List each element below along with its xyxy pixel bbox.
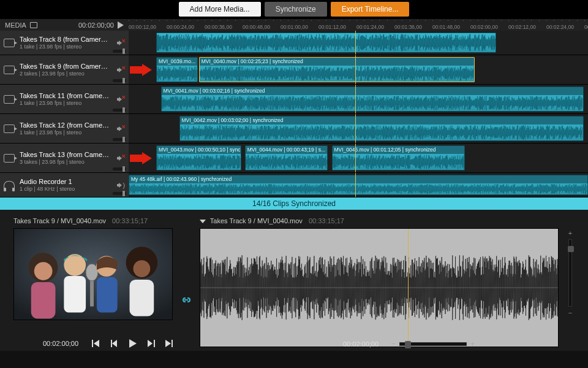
minus-icon[interactable]: − bbox=[568, 309, 572, 316]
volume-slider[interactable] bbox=[113, 50, 126, 53]
speaker-icon bbox=[119, 67, 122, 72]
track-lane[interactable]: MVI_0042.mov | 00:03:02;00 | synchronize… bbox=[129, 114, 588, 143]
playhead[interactable] bbox=[355, 173, 356, 197]
track-header[interactable]: Takes Track 8 (from Camera 2)1 take | 23… bbox=[0, 31, 129, 55]
playhead-time: 00:02:00;00 bbox=[78, 21, 114, 29]
clip[interactable]: MVI_0044.mov | 00:00:43;19 | s... bbox=[245, 145, 328, 171]
clip[interactable]: MVI_0043.mov | 00:00:50;10 | synchr... bbox=[156, 145, 241, 171]
track-lane[interactable]: MVI_0043.mov | 00:00:50;10 | synchr...MV… bbox=[129, 144, 588, 172]
track-meta: 1 take | 23.98 fps | stereo bbox=[20, 44, 110, 50]
headphones-icon bbox=[4, 181, 15, 190]
horizontal-zoom[interactable]: − + bbox=[391, 339, 475, 348]
volume-slider[interactable] bbox=[113, 192, 126, 195]
track-row: Takes Track 12 (from Camera 2)1 take | 2… bbox=[0, 114, 588, 144]
video-preview[interactable] bbox=[13, 228, 173, 320]
track-header[interactable]: Takes Track 13 (from Camera 2)3 takes | … bbox=[0, 144, 129, 172]
volume-slider[interactable] bbox=[113, 79, 126, 82]
clip[interactable]: My 45 48k.aif | 00:02:43.960 | synchroni… bbox=[129, 175, 588, 195]
play-icon[interactable] bbox=[118, 21, 124, 29]
ruler-tick: 00:01:24,00 bbox=[356, 24, 394, 30]
plus-icon[interactable]: + bbox=[568, 229, 572, 237]
waveform-preview[interactable] bbox=[200, 228, 559, 347]
mute-button[interactable] bbox=[115, 125, 125, 132]
waveform-transport: 00:02:00;00 − + bbox=[343, 339, 475, 348]
ruler-tick: 00:02:12,00 bbox=[508, 24, 546, 30]
clip-label: MVI_0045.mov | 00:01:12;05 | synchronize… bbox=[333, 146, 465, 154]
clip[interactable]: MVI_0042.mov | 00:03:02;00 | synchronize… bbox=[179, 116, 584, 141]
track-header[interactable]: Audio Recorder 11 clip | 48 KHz | stereo bbox=[0, 173, 129, 197]
playhead[interactable] bbox=[355, 85, 356, 113]
mute-button[interactable] bbox=[115, 39, 125, 47]
monitor-icon[interactable] bbox=[30, 22, 37, 28]
clip-label: MVI_0042.mov | 00:03:02;00 | synchronize… bbox=[180, 117, 583, 125]
waveform-preview-title: Takes Track 9 / MVI_0040.mov00:33:15;17 bbox=[200, 217, 559, 224]
clip[interactable] bbox=[156, 33, 496, 53]
step-forward-icon[interactable] bbox=[146, 339, 156, 348]
volume-slider[interactable] bbox=[113, 138, 126, 141]
ruler-tick: 00:01:36,00 bbox=[394, 24, 432, 30]
track-lane[interactable] bbox=[129, 31, 588, 55]
step-back-icon[interactable] bbox=[109, 339, 119, 348]
track-lane[interactable]: My 45 48k.aif | 00:02:43.960 | synchroni… bbox=[129, 173, 588, 197]
volume-slider[interactable] bbox=[113, 167, 126, 171]
link-icon[interactable] bbox=[180, 258, 192, 307]
clip[interactable]: MVI_0040.mov | 00:02:25;23 | synchronize… bbox=[199, 57, 475, 82]
plus-icon[interactable]: + bbox=[470, 339, 475, 348]
mute-button[interactable] bbox=[115, 155, 125, 162]
minus-icon[interactable]: − bbox=[391, 339, 396, 348]
add-media-button[interactable]: Add More Media... bbox=[179, 2, 261, 17]
track-header[interactable]: Takes Track 12 (from Camera 2)1 take | 2… bbox=[0, 114, 129, 143]
clip-waveform bbox=[162, 95, 583, 111]
offset-arrow-icon bbox=[129, 152, 152, 164]
volume-slider[interactable] bbox=[113, 109, 126, 112]
synchronize-button[interactable]: Synchronize bbox=[265, 2, 327, 17]
time-ruler[interactable]: 00:00:12,0000:00:24,0000:00:36,0000:00:4… bbox=[129, 19, 588, 31]
svg-point-12 bbox=[133, 260, 150, 277]
export-timeline-button[interactable]: Export Timeline... bbox=[331, 2, 410, 17]
chevron-down-icon[interactable] bbox=[200, 220, 206, 223]
playhead[interactable] bbox=[355, 144, 356, 172]
ruler-tick: 00:00:24,00 bbox=[167, 24, 205, 30]
svg-rect-10 bbox=[97, 277, 118, 313]
camera-icon bbox=[4, 95, 15, 104]
skip-end-icon[interactable] bbox=[164, 339, 174, 348]
media-label: MEDIA bbox=[5, 21, 26, 29]
clip-label: MVI_0043.mov | 00:00:50;10 | synchr... bbox=[157, 146, 241, 154]
mute-button[interactable] bbox=[115, 182, 125, 189]
clip[interactable]: MVI_0039.mo... bbox=[156, 57, 198, 82]
svg-rect-6 bbox=[31, 282, 56, 319]
track-lane[interactable]: MVI_0039.mo...MVI_0040.mov | 00:02:25;23… bbox=[129, 55, 588, 84]
track-header[interactable]: Takes Track 9 (from Camera 2)2 takes | 2… bbox=[0, 55, 129, 84]
speaker-icon bbox=[119, 40, 122, 45]
ruler-tick: 00:02:36,00 bbox=[584, 24, 588, 30]
clip[interactable]: MVI_0041.mov | 00:03:02;16 | synchronize… bbox=[161, 86, 584, 112]
track-header[interactable]: Takes Track 11 (from Camera 2)1 take | 2… bbox=[0, 85, 129, 113]
track-row: Takes Track 8 (from Camera 2)1 take | 23… bbox=[0, 31, 588, 55]
video-preview-title: Takes Track 9 / MVI_0040.mov00:33:15;17 bbox=[13, 217, 173, 224]
playhead[interactable] bbox=[355, 55, 356, 84]
vertical-zoom-slider[interactable] bbox=[568, 239, 572, 307]
track-row: Takes Track 13 (from Camera 2)3 takes | … bbox=[0, 144, 588, 173]
track-meta: 1 take | 23.98 fps | stereo bbox=[20, 129, 110, 136]
track-lane[interactable]: MVI_0041.mov | 00:03:02;16 | synchronize… bbox=[129, 85, 588, 113]
track-name: Takes Track 8 (from Camera 2) bbox=[20, 36, 110, 44]
mute-button[interactable] bbox=[115, 96, 125, 103]
camera-icon bbox=[4, 154, 15, 163]
play-icon[interactable] bbox=[127, 339, 137, 348]
playhead[interactable] bbox=[355, 114, 356, 143]
clip-label: MVI_0041.mov | 00:03:02;16 | synchronize… bbox=[162, 87, 583, 95]
speaker-icon bbox=[119, 183, 122, 188]
mute-button[interactable] bbox=[115, 66, 125, 74]
vertical-zoom[interactable]: + − bbox=[566, 217, 575, 347]
horizontal-zoom-slider[interactable] bbox=[399, 342, 467, 346]
track-meta: 2 takes | 23.98 fps | stereo bbox=[20, 71, 110, 77]
track-name: Takes Track 11 (from Camera 2) bbox=[20, 92, 110, 100]
offset-arrow-icon bbox=[129, 64, 152, 76]
skip-start-icon[interactable] bbox=[91, 339, 100, 348]
clip[interactable]: MVI_0045.mov | 00:01:12;05 | synchronize… bbox=[332, 145, 466, 171]
track-name: Takes Track 9 (from Camera 2) bbox=[20, 63, 110, 71]
track-name: Audio Recorder 1 bbox=[20, 178, 110, 186]
playhead[interactable] bbox=[355, 31, 356, 55]
video-transport-time: 00:02:00;00 bbox=[43, 340, 78, 347]
waveform-playhead[interactable] bbox=[408, 229, 409, 347]
